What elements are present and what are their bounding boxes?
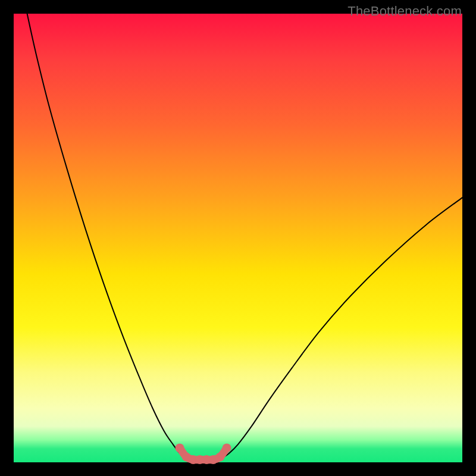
left-curve-path bbox=[27, 14, 186, 458]
right-curve-path bbox=[223, 198, 462, 458]
highlight-dot bbox=[215, 453, 224, 462]
highlight-dots bbox=[176, 443, 231, 464]
chart-frame: TheBottleneck.com bbox=[0, 0, 476, 476]
plot-area bbox=[14, 14, 462, 462]
watermark-text: TheBottleneck.com bbox=[347, 4, 462, 19]
bottleneck-curve bbox=[14, 14, 462, 462]
highlight-dot bbox=[223, 443, 231, 452]
highlight-dot bbox=[176, 443, 184, 452]
